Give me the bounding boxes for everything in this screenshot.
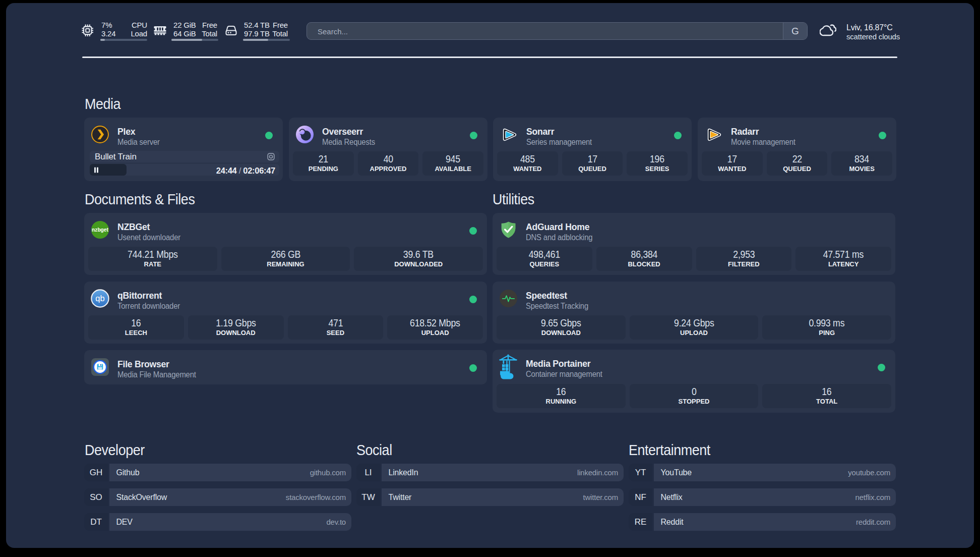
svg-text:nzbget: nzbget [92,227,109,233]
svg-text:qb: qb [95,294,104,303]
